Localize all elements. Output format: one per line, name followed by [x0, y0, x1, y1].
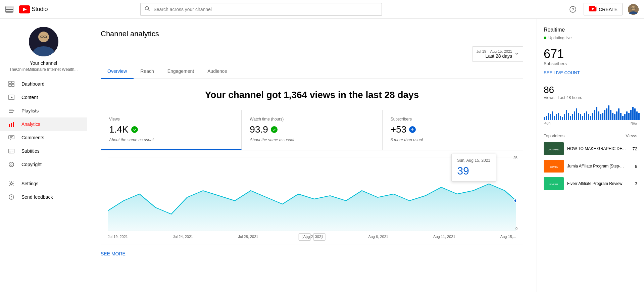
search-input[interactable] [153, 7, 378, 12]
expand-icon-2[interactable]: (↔) [313, 233, 326, 241]
right-panel: Realtime Updating live 671 Subscribers S… [537, 19, 644, 292]
views-48h-label: Views · Last 48 hours [544, 95, 637, 100]
nav-copyright[interactable]: © Copyright [0, 158, 87, 171]
svg-point-43 [10, 183, 12, 185]
x-label-7: Aug 15,... [500, 235, 516, 239]
svg-point-11 [631, 6, 635, 10]
settings-label: Settings [21, 181, 79, 186]
expand-icons: (↔) (↔) [298, 233, 326, 241]
hamburger-menu[interactable] [5, 6, 13, 13]
send-feedback-label: Send feedback [21, 194, 79, 200]
top-video-item-2[interactable]: JUMIA Jumia Affiliate Program [Step-... … [544, 160, 637, 173]
analytics-label: Analytics [21, 121, 79, 127]
sidebar-divider [0, 174, 87, 174]
top-video-item-3[interactable]: FIVERR Fiverr Affiliate Program Review 3 [544, 177, 637, 190]
svg-text:©: © [10, 163, 13, 166]
views-sub-text: About the same as usual [109, 138, 233, 142]
subscribers-count: 671 [544, 47, 637, 61]
metric-views[interactable]: Views 1.4K About the same as usual [101, 110, 242, 150]
nav-settings[interactable]: Settings [0, 177, 87, 190]
x-label-2: Jul 24, 2021 [173, 235, 193, 239]
subscribers-value: +53 [391, 124, 515, 135]
feedback-icon [8, 194, 15, 200]
watch-time-sub-text: About the same as usual [250, 138, 374, 142]
page-title: Channel analytics [101, 30, 523, 38]
metric-views-value: 1.4K [109, 124, 233, 135]
see-more-link[interactable]: SEE MORE [101, 251, 126, 256]
search-bar[interactable] [140, 3, 382, 16]
metric-watch-time[interactable]: Watch time (hours) 93.9 About the same a… [242, 110, 382, 150]
header-left: Studio [5, 5, 48, 13]
nav-subtitles[interactable]: Subtitles [0, 144, 87, 158]
user-avatar[interactable] [628, 4, 639, 15]
channel-handle: TheOnlineMillionaire Internet Wealth... [9, 67, 78, 72]
date-range-big: Last 28 days [477, 53, 512, 59]
search-icon [145, 6, 150, 12]
watch-time-check-icon [271, 126, 278, 133]
subscribers-label: Subscribers [391, 117, 515, 121]
subscribers-up-icon [409, 126, 416, 133]
help-button[interactable]: ? [567, 4, 578, 15]
date-range-wrapper: Jul 19 – Aug 15, 2021 Last 28 days [101, 46, 523, 62]
svg-marker-25 [11, 96, 13, 98]
top-video-title-2: Jumia Affiliate Program [Step-... [567, 163, 632, 169]
content-label: Content [21, 95, 79, 100]
top-video-views-3: 3 [635, 181, 637, 186]
svg-text:+: + [595, 6, 596, 8]
realtime-title: Realtime [544, 27, 637, 33]
tab-reach[interactable]: Reach [134, 64, 160, 79]
tab-audience[interactable]: Audience [201, 64, 234, 79]
svg-text:JUMIA: JUMIA [550, 165, 558, 168]
svg-rect-30 [9, 124, 10, 127]
nav-analytics[interactable]: Analytics [0, 117, 87, 131]
svg-rect-21 [12, 81, 14, 84]
date-range-text: Jul 19 – Aug 15, 2021 Last 28 days [477, 49, 512, 59]
top-video-views-2: 8 [635, 164, 637, 169]
see-live-count-link[interactable]: SEE LIVE COUNT [544, 70, 637, 75]
watch-time-label: Watch time (hours) [250, 117, 374, 121]
main-layout: Your channel TheOnlineMillionaire Intern… [0, 19, 644, 292]
youtube-studio-logo[interactable]: Studio [19, 5, 48, 13]
channel-avatar[interactable] [29, 27, 58, 56]
tab-engagement[interactable]: Engagement [161, 64, 201, 79]
hero-text: Your channel got 1,364 views in the last… [101, 90, 523, 100]
svg-rect-20 [9, 81, 11, 84]
top-video-item-1[interactable]: GRAPHIC HOW TO MAKE GRAPHIC DE... 72 [544, 142, 637, 155]
expand-icon-1[interactable]: (↔) [298, 233, 310, 241]
top-video-title-1: HOW TO MAKE GRAPHIC DE... [567, 146, 629, 152]
channel-info: Your channel TheOnlineMillionaire Intern… [0, 19, 87, 77]
svg-rect-22 [9, 84, 11, 87]
date-range-selector[interactable]: Jul 19 – Aug 15, 2021 Last 28 days [472, 46, 523, 62]
content-icon [8, 94, 15, 101]
sidebar: Your channel TheOnlineMillionaire Intern… [0, 19, 87, 292]
svg-point-2 [145, 7, 149, 10]
subscribers-sub-text: 6 more than usual [391, 138, 515, 142]
chart-label-left: -48h [544, 121, 550, 125]
tab-overview[interactable]: Overview [101, 64, 134, 79]
top-videos-title: Top videos [544, 133, 564, 138]
nav-dashboard[interactable]: Dashboard [0, 77, 87, 91]
y-label-0: 0 [515, 227, 517, 231]
dashboard-label: Dashboard [21, 81, 79, 87]
create-button[interactable]: + CREATE [584, 3, 623, 15]
svg-rect-33 [9, 135, 14, 139]
playlists-label: Playlists [21, 108, 79, 113]
nav-send-feedback[interactable]: Send feedback [0, 190, 87, 204]
chart-area: Sun, Aug 15, 2021 39 25 0 [101, 150, 523, 244]
nav-playlists[interactable]: Playlists [0, 104, 87, 117]
svg-text:?: ? [572, 7, 574, 12]
analytics-icon [8, 121, 15, 128]
tooltip-value: 39 [457, 165, 490, 177]
tooltip-date: Sun, Aug 15, 2021 [457, 158, 490, 163]
chart-label-right: Now [631, 121, 637, 125]
nav-content[interactable]: Content [0, 91, 87, 104]
channel-name: Your channel [30, 60, 57, 66]
metric-subscribers[interactable]: Subscribers +53 6 more than usual [383, 110, 523, 150]
updating-live-text: Updating live [548, 36, 572, 40]
create-icon: + [589, 5, 597, 13]
analytics-tabs: Overview Reach Engagement Audience [101, 64, 523, 79]
chevron-down-icon [515, 51, 519, 57]
nav-comments[interactable]: Comments [0, 131, 87, 144]
svg-rect-32 [13, 122, 14, 127]
date-range-small: Jul 19 – Aug 15, 2021 [477, 49, 512, 53]
